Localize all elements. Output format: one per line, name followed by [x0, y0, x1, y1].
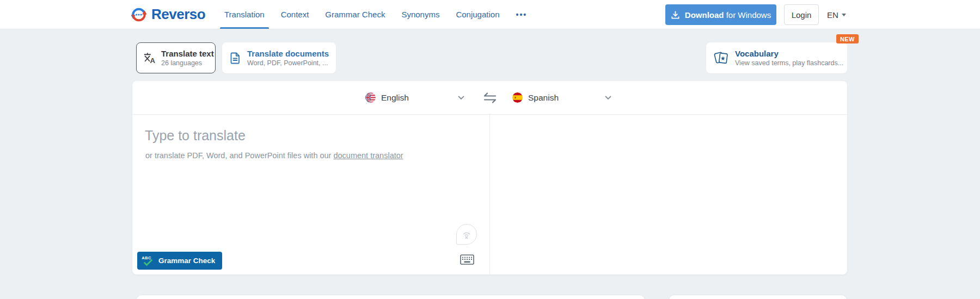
login-button[interactable]: Login: [784, 4, 819, 25]
source-text-input[interactable]: Type to translate or translate PDF, Word…: [132, 115, 489, 275]
document-icon: [229, 52, 242, 65]
locale-switcher[interactable]: EN: [827, 4, 846, 25]
chevron-down-icon: [842, 14, 846, 16]
target-language-dropdown[interactable]: Spanish: [512, 81, 615, 114]
nav-tab-conjugation[interactable]: Conjugation: [456, 0, 499, 29]
english-flag-icon: [365, 92, 376, 103]
nav-tab-grammar-check[interactable]: Grammar Check: [325, 0, 385, 29]
reverso-translation-page: Reverso Translation Context Grammar Chec…: [0, 0, 980, 299]
abc-icon-text: ABC: [142, 256, 151, 260]
nav-tab-context[interactable]: Context: [281, 0, 309, 29]
mode-card-translate-documents[interactable]: Translate documents Word, PDF, PowerPoin…: [222, 42, 336, 73]
language-bar: English: [132, 81, 847, 115]
below-fold-card-right: [669, 295, 847, 299]
reverso-logo[interactable]: Reverso: [131, 0, 205, 29]
mode-card-subtitle: Word, PDF, PowerPoint, ...: [247, 59, 329, 67]
nav-tab-translation[interactable]: Translation: [224, 0, 265, 29]
download-label-bold: Download: [685, 10, 724, 20]
keyboard-icon[interactable]: [460, 254, 474, 265]
mode-card-title: Translate text: [161, 49, 214, 58]
nav-more-menu-icon[interactable]: •••: [516, 0, 527, 29]
swap-languages-button[interactable]: [479, 87, 501, 109]
mode-card-subtitle: View saved terms, play flashcards...: [735, 59, 843, 67]
mode-card-vocabulary[interactable]: ★ Vocabulary View saved terms, play flas…: [706, 42, 847, 73]
locale-label: EN: [827, 10, 838, 20]
chevron-down-icon: [605, 96, 611, 100]
mode-card-title: Translate documents: [247, 49, 329, 58]
download-label-rest: for Windows: [726, 10, 771, 20]
download-for-windows-button[interactable]: Download for Windows: [665, 4, 776, 25]
document-translator-link[interactable]: document translator: [333, 151, 403, 160]
nav-tab-synonyms[interactable]: Synonyms: [401, 0, 439, 29]
translator-panel: English: [132, 81, 847, 275]
abc-check-icon: ABC: [142, 256, 154, 266]
mode-card-title: Vocabulary: [735, 49, 843, 58]
reverso-logo-icon: [131, 7, 147, 23]
grammar-check-label: Grammar Check: [158, 257, 215, 265]
voice-disabled-icon: [461, 229, 472, 240]
flashcards-star-icon: ★: [713, 51, 730, 66]
document-hint-text: or translate PDF, Word, and PowerPoint f…: [145, 151, 331, 160]
source-language-label: English: [381, 93, 409, 103]
document-hint: or translate PDF, Word, and PowerPoint f…: [145, 151, 403, 160]
spanish-flag-icon: [512, 92, 523, 103]
logo-wordmark: Reverso: [151, 6, 205, 23]
svg-text:A: A: [150, 57, 156, 64]
voice-input-button[interactable]: [456, 224, 477, 245]
target-language-label: Spanish: [528, 93, 559, 103]
source-language-dropdown[interactable]: English: [365, 81, 468, 114]
mode-card-translate-text[interactable]: A Translate text 26 languages: [136, 42, 216, 73]
header: Reverso Translation Context Grammar Chec…: [0, 0, 980, 29]
main-nav: Translation Context Grammar Check Synony…: [224, 0, 527, 29]
translate-text-icon: A: [143, 52, 156, 64]
new-badge: NEW: [836, 34, 859, 43]
download-icon: [671, 10, 680, 20]
input-placeholder: Type to translate: [145, 128, 246, 144]
below-fold-card-left: [136, 295, 645, 299]
chevron-down-icon: [458, 96, 464, 100]
mode-card-subtitle: 26 languages: [161, 59, 214, 67]
target-text-output: [490, 115, 847, 275]
svg-text:★: ★: [720, 55, 726, 62]
grammar-check-button[interactable]: ABC Grammar Check: [137, 252, 222, 270]
